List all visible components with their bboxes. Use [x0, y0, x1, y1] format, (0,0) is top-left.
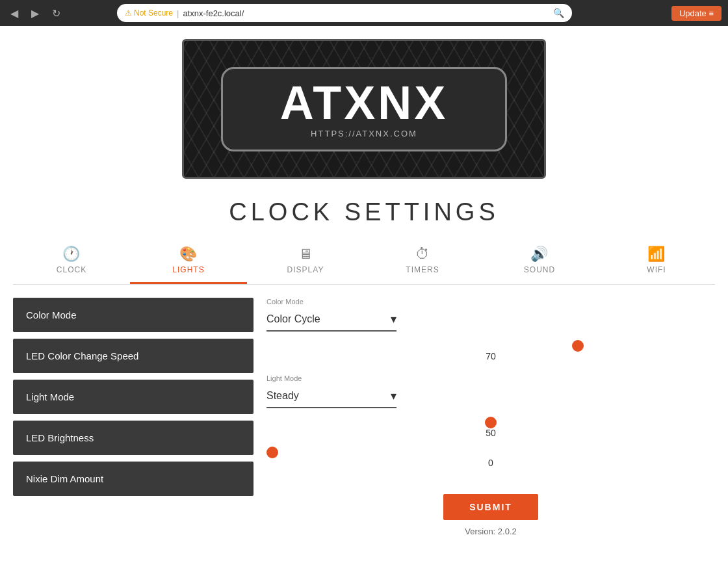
sidebar-item-nixie-dim-amount[interactable]: Nixie Dim Amount — [13, 462, 254, 496]
logo-inner: ATXNX HTTPS://ATXNX.COM — [221, 67, 507, 151]
main-layout: Color Mode LED Color Change Speed Light … — [13, 298, 715, 536]
back-button[interactable]: ◀ — [6, 5, 22, 22]
display-icon: 🖥 — [298, 246, 313, 263]
submit-area: SUBMIT Version: 2.0.2 — [266, 494, 715, 536]
sidebar-item-color-mode[interactable]: Color Mode — [13, 298, 254, 332]
sidebar-item-led-color-change-speed[interactable]: LED Color Change Speed — [13, 339, 254, 373]
light-mode-section: Light Mode Steady ▾ — [266, 374, 715, 408]
tab-wifi-label: WIFI — [647, 265, 666, 274]
logo-text: ATXNX — [280, 79, 448, 126]
forward-button[interactable]: ▶ — [27, 5, 43, 22]
light-mode-value: Steady — [266, 390, 391, 402]
content-area: Color Mode Color Cycle ▾ 70 Light Mode S… — [266, 298, 715, 536]
nixie-dim-amount-section: 0 — [266, 451, 715, 468]
tab-clock-label: CLOCK — [57, 265, 86, 274]
tabs-bar: 🕐 CLOCK 🎨 LIGHTS 🖥 DISPLAY ⏱ TIMERS 🔊 SO… — [13, 239, 715, 285]
color-mode-label: Color Mode — [266, 298, 715, 306]
sound-icon: 🔊 — [530, 246, 549, 263]
page-title: CLOCK SETTINGS — [229, 198, 499, 226]
version-text: Version: 2.0.2 — [465, 527, 517, 536]
nixie-dim-amount-slider[interactable] — [266, 451, 715, 454]
sidebar-nixie-dim-amount-label: Nixie Dim Amount — [26, 473, 103, 484]
submit-button[interactable]: SUBMIT — [443, 494, 538, 520]
tab-clock[interactable]: 🕐 CLOCK — [13, 239, 130, 284]
tab-display[interactable]: 🖥 DISPLAY — [247, 239, 364, 284]
led-color-change-speed-slider[interactable] — [266, 345, 715, 347]
reload-button[interactable]: ↻ — [48, 5, 64, 22]
wifi-icon: 📶 — [647, 246, 666, 263]
color-mode-section: Color Mode Color Cycle ▾ — [266, 298, 715, 332]
tab-wifi[interactable]: 📶 WIFI — [598, 239, 715, 284]
clock-icon: 🕐 — [62, 246, 81, 263]
color-mode-arrow-icon: ▾ — [391, 312, 396, 326]
logo-url: HTTPS://ATXNX.COM — [311, 129, 417, 138]
url-text: atxnx-fe2c.local/ — [183, 8, 244, 18]
tab-lights[interactable]: 🎨 LIGHTS — [130, 239, 247, 284]
color-mode-value: Color Cycle — [266, 313, 391, 325]
sidebar-item-led-brightness[interactable]: LED Brightness — [13, 421, 254, 455]
sidebar-light-mode-label: Light Mode — [26, 391, 74, 402]
tab-timers-label: TIMERS — [406, 265, 439, 274]
sidebar-color-mode-label: Color Mode — [26, 309, 77, 320]
update-menu-button[interactable]: Update ≡ — [671, 6, 722, 21]
sidebar-led-color-change-speed-label: LED Color Change Speed — [26, 350, 138, 361]
tab-lights-label: LIGHTS — [172, 265, 204, 274]
led-brightness-value: 50 — [266, 428, 715, 438]
page: ATXNX HTTPS://ATXNX.COM CLOCK SETTINGS 🕐… — [0, 26, 728, 562]
timers-icon: ⏱ — [415, 246, 430, 263]
sidebar-led-brightness-label: LED Brightness — [26, 432, 94, 443]
color-mode-dropdown[interactable]: Color Cycle ▾ — [266, 308, 396, 332]
light-mode-label: Light Mode — [266, 374, 715, 382]
lights-icon: 🎨 — [179, 246, 198, 263]
sidebar: Color Mode LED Color Change Speed Light … — [13, 298, 266, 536]
light-mode-dropdown[interactable]: Steady ▾ — [266, 385, 396, 408]
tab-timers[interactable]: ⏱ TIMERS — [364, 239, 481, 284]
security-warning: ⚠ Not Secure — [125, 8, 173, 18]
browser-chrome: ◀ ▶ ↻ ⚠ Not Secure | atxnx-fe2c.local/ 🔍… — [0, 0, 728, 26]
address-bar[interactable]: ⚠ Not Secure | atxnx-fe2c.local/ 🔍 — [117, 4, 572, 22]
led-color-change-speed-value: 70 — [266, 351, 715, 361]
light-mode-arrow-icon: ▾ — [391, 389, 396, 403]
logo-banner: ATXNX HTTPS://ATXNX.COM — [182, 39, 546, 179]
led-brightness-slider[interactable] — [266, 421, 715, 424]
nixie-dim-amount-value: 0 — [266, 458, 715, 468]
tab-display-label: DISPLAY — [287, 265, 324, 274]
led-color-change-speed-section: 70 — [266, 345, 715, 361]
tab-sound-label: SOUND — [524, 265, 555, 274]
led-brightness-section: 50 — [266, 421, 715, 438]
tab-sound[interactable]: 🔊 SOUND — [481, 239, 598, 284]
sidebar-item-light-mode[interactable]: Light Mode — [13, 380, 254, 414]
